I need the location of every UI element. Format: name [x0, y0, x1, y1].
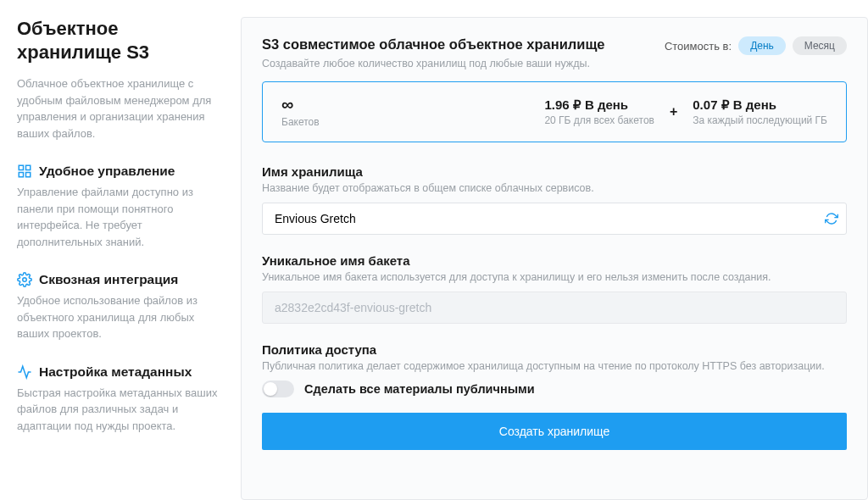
feature-desc: Удобное использование файлов из объектно…	[17, 292, 220, 342]
feature-desc: Быстрая настройка метаданных ваших файло…	[17, 385, 220, 435]
policy-section: Политика доступа Публичная политика дела…	[262, 342, 847, 397]
section-sub: Название будет отображаться в общем спис…	[262, 182, 847, 194]
sidebar-description: Облачное объектное хранилище с удобным ф…	[17, 75, 220, 142]
price-secondary: 0.07 ₽ В день	[693, 97, 827, 113]
bucket-name-section: Уникальное имя бакета Уникальное имя бак…	[262, 253, 847, 324]
feature-title: Настройка метаданных	[39, 364, 192, 380]
buckets-label: Бакетов	[281, 116, 320, 128]
section-sub: Публичная политика делает содержимое хра…	[262, 360, 847, 372]
storage-name-section: Имя хранилища Название будет отображатьс…	[262, 164, 847, 235]
storage-name-input[interactable]	[262, 203, 847, 235]
grid-icon	[17, 164, 32, 179]
public-toggle[interactable]	[262, 381, 294, 397]
section-title: Политика доступа	[262, 342, 847, 357]
feature-title: Удобное управление	[39, 164, 175, 179]
section-sub: Уникальное имя бакета используется для д…	[262, 271, 847, 283]
bucket-name-input	[262, 292, 847, 324]
cost-label: Стоимость в:	[665, 40, 732, 53]
svg-rect-0	[19, 165, 23, 169]
page-title: Объектное хранилище S3	[17, 17, 220, 64]
create-storage-button[interactable]: Создать хранилище	[262, 413, 847, 450]
svg-rect-3	[26, 173, 31, 177]
section-title: Имя хранилища	[262, 164, 847, 179]
price-box: ∞ Бакетов 1.96 ₽ В день 20 ГБ для всех б…	[262, 81, 847, 142]
price-secondary-sub: За каждый последующий ГБ	[693, 114, 827, 126]
feature-title: Сквозная интеграция	[39, 272, 178, 287]
activity-icon	[17, 364, 32, 380]
cost-pill-day[interactable]: День	[738, 36, 786, 55]
gear-icon	[17, 272, 32, 287]
sidebar: Объектное хранилище S3 Облачное объектно…	[17, 17, 241, 500]
feature-metadata: Настройка метаданных Быстрая настройка м…	[17, 364, 220, 435]
main-heading: S3 совместимое облачное объектное хранил…	[262, 36, 605, 53]
svg-rect-2	[19, 173, 23, 177]
public-toggle-label: Сделать все материалы публичными	[304, 382, 535, 396]
section-title: Уникальное имя бакета	[262, 253, 847, 268]
main-subheading: Создавайте любое количество хранилищ под…	[262, 58, 605, 69]
infinity-icon: ∞	[281, 96, 320, 113]
price-primary: 1.96 ₽ В день	[544, 97, 654, 113]
price-primary-sub: 20 ГБ для всех бакетов	[544, 114, 654, 126]
feature-integration: Сквозная интеграция Удобное использовани…	[17, 272, 220, 342]
cost-pill-month[interactable]: Месяц	[793, 36, 847, 55]
cost-toggle: Стоимость в: День Месяц	[665, 36, 847, 55]
plus-icon: +	[670, 104, 677, 119]
svg-rect-1	[26, 165, 31, 169]
refresh-icon[interactable]	[825, 212, 838, 225]
create-storage-panel: S3 совместимое облачное объектное хранил…	[241, 17, 868, 500]
feature-desc: Управление файлами доступно из панели пр…	[17, 184, 220, 250]
svg-point-4	[23, 278, 27, 282]
feature-management: Удобное управление Управление файлами до…	[17, 164, 220, 250]
